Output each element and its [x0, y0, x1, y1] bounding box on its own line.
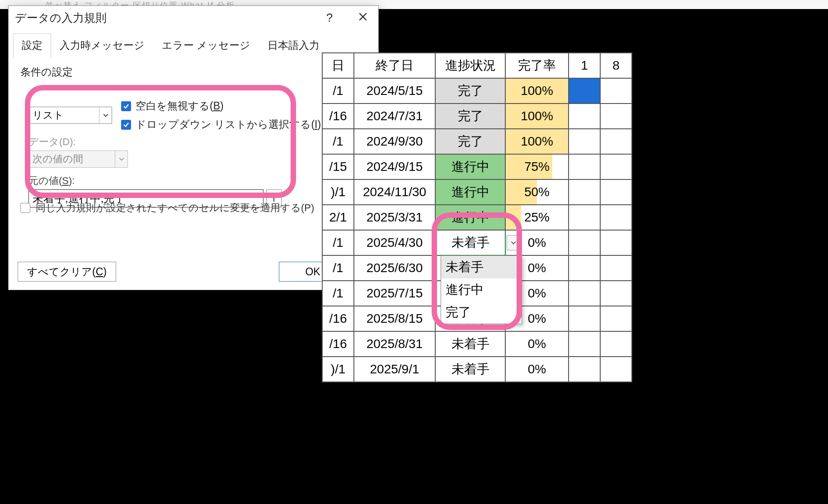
dialog-title: データの入力規則: [15, 10, 107, 25]
cell[interactable]: 2025/6/30: [354, 255, 435, 281]
col-status: 進捗状況: [435, 53, 505, 78]
cell[interactable]: 完了: [435, 129, 505, 154]
cell[interactable]: 2025/7/15: [354, 281, 435, 306]
cell[interactable]: [600, 255, 632, 281]
col-percent: 完了率: [505, 53, 569, 78]
dropdown-option[interactable]: 完了: [441, 301, 522, 324]
cell[interactable]: 75%: [505, 154, 569, 179]
cell[interactable]: 0%: [505, 331, 569, 357]
cell[interactable]: [569, 104, 600, 129]
ignore-blank-checkbox[interactable]: 空白を無視する(B): [121, 99, 321, 113]
cell[interactable]: 完了: [435, 104, 505, 129]
cell[interactable]: )/1: [322, 357, 354, 382]
clear-all-button[interactable]: すべてクリア(C): [18, 262, 116, 282]
cell[interactable]: [569, 205, 600, 230]
tab-error-message[interactable]: エラー メッセージ: [153, 33, 259, 59]
col-8: 8: [600, 53, 632, 78]
dropdown-option[interactable]: 進行中: [441, 278, 522, 301]
cell[interactable]: /16: [322, 306, 354, 331]
table-row: )/12025/9/1未着手0%: [322, 357, 632, 382]
cell[interactable]: 進行中: [435, 154, 505, 179]
cell[interactable]: [600, 331, 632, 357]
cell[interactable]: [600, 179, 632, 205]
cell[interactable]: [569, 129, 600, 154]
cell[interactable]: [600, 357, 632, 382]
help-button[interactable]: ?: [320, 11, 339, 25]
cell[interactable]: /1: [322, 230, 354, 255]
cell[interactable]: [600, 78, 632, 104]
cell[interactable]: 100%: [505, 129, 569, 154]
cell[interactable]: 100%: [505, 104, 569, 129]
cell[interactable]: 2025/8/15: [354, 306, 435, 331]
tab-settings[interactable]: 設定: [13, 33, 51, 59]
cell[interactable]: [569, 281, 600, 306]
cell[interactable]: [569, 306, 600, 331]
cell[interactable]: [569, 357, 600, 382]
cell[interactable]: 25%: [505, 205, 569, 230]
table-row: /162024/7/31完了100%: [322, 104, 632, 129]
cell[interactable]: [600, 129, 632, 154]
cell[interactable]: 2024/9/30: [354, 129, 435, 154]
tab-ime[interactable]: 日本語入力: [259, 33, 328, 59]
svg-rect-0: [272, 195, 276, 196]
cell[interactable]: 2025/9/1: [354, 357, 435, 382]
source-label: 元の値(S):: [28, 174, 367, 188]
cell[interactable]: 進行中: [435, 205, 505, 230]
cell[interactable]: [600, 205, 632, 230]
cell[interactable]: 2024/11/30: [354, 179, 435, 205]
check-icon: [123, 103, 129, 109]
cell[interactable]: 未着手: [435, 357, 505, 382]
cell[interactable]: [600, 281, 632, 306]
in-cell-dropdown-checkbox[interactable]: ドロップダウン リストから選択する(I): [121, 118, 321, 132]
cell[interactable]: 2025/8/31: [354, 331, 435, 357]
cell[interactable]: /16: [322, 104, 354, 129]
cell[interactable]: 50%: [505, 179, 569, 205]
cell-dropdown-list[interactable]: 未着手 進行中 完了: [441, 255, 522, 324]
check-icon: [123, 122, 129, 128]
dropdown-option[interactable]: 未着手: [441, 256, 522, 278]
cell[interactable]: /1: [322, 78, 354, 104]
close-button[interactable]: [354, 11, 372, 25]
cell[interactable]: )/1: [322, 179, 354, 205]
table-row: /12025/4/30未着手0%: [322, 230, 632, 255]
cell[interactable]: 完了: [435, 78, 505, 104]
chevron-down-icon: [103, 113, 108, 118]
cell[interactable]: /16: [322, 331, 354, 357]
chevron-down-icon: [119, 156, 124, 162]
cell[interactable]: [569, 78, 600, 104]
table-row: /152024/9/15進行中75%: [322, 154, 632, 179]
cell[interactable]: 2025/3/31: [354, 205, 435, 230]
cell[interactable]: /1: [322, 129, 354, 154]
cell[interactable]: /15: [322, 154, 354, 179]
apply-all-checkbox[interactable]: [20, 203, 30, 213]
cell[interactable]: 未着手: [435, 230, 505, 255]
col-startdate-cut: 日: [322, 53, 354, 78]
cell[interactable]: 100%: [505, 78, 569, 104]
cell[interactable]: 未着手: [435, 331, 505, 357]
cell[interactable]: [600, 230, 632, 255]
cell[interactable]: /1: [322, 255, 354, 281]
cell[interactable]: [600, 104, 632, 129]
allow-select-caret[interactable]: [99, 107, 112, 123]
allow-select[interactable]: リスト: [28, 107, 112, 124]
cell[interactable]: 2024/9/15: [354, 154, 435, 179]
cell[interactable]: 2025/4/30: [354, 230, 435, 255]
cell[interactable]: 進行中: [435, 179, 505, 205]
cell[interactable]: [569, 230, 600, 255]
cell[interactable]: [569, 179, 600, 205]
cell[interactable]: [569, 331, 600, 357]
cell[interactable]: [569, 154, 600, 179]
cell[interactable]: 2/1: [322, 205, 354, 230]
cell-dropdown-button[interactable]: [507, 235, 520, 250]
cell[interactable]: [569, 255, 600, 281]
cell[interactable]: [600, 154, 632, 179]
col-enddate: 終了日: [354, 53, 435, 78]
cell[interactable]: [600, 306, 632, 331]
cell[interactable]: 0%: [505, 357, 569, 382]
tab-input-message[interactable]: 入力時メッセージ: [51, 33, 153, 59]
cell[interactable]: /1: [322, 281, 354, 306]
spreadsheet-fragment: 日 終了日 進捗状況 完了率 1 8 /12024/5/15完了100%/162…: [322, 52, 632, 382]
cell[interactable]: 2024/5/15: [354, 78, 435, 104]
cell[interactable]: 2024/7/31: [354, 104, 435, 129]
ignore-blank-label: 空白を無視する(B): [136, 99, 224, 113]
